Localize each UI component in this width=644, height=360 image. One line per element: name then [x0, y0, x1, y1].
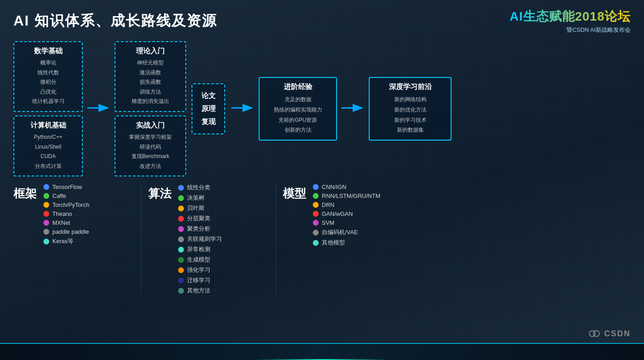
dot-anomaly	[178, 247, 184, 253]
dot-mxnet	[43, 220, 49, 226]
list-item: 其他模型	[313, 239, 380, 247]
dot-torch	[43, 202, 49, 208]
dot-other-algo	[178, 288, 184, 294]
label-paddle: paddle paddle	[52, 228, 89, 235]
label-ae: 自编码机/VAE	[322, 228, 358, 236]
label-other-model: 其他模型	[322, 239, 345, 247]
list-item: TensorFlow	[43, 184, 89, 190]
dot-clustering	[178, 226, 184, 232]
theory-box: 理论入门 神经元模型 激活函数 损失函数 训练方法 梯度的消失溢出	[115, 41, 186, 112]
logo-title: AI生态赋能2018论坛	[510, 8, 631, 25]
practice-box: 实战入门 掌握深度学习框架 研读代码 复现Benchmark 改进方法	[115, 116, 186, 176]
label-tensorflow: TensorFlow	[52, 184, 82, 190]
label-mxnet: MXNet	[52, 219, 70, 226]
label-transfer: 迁移学习	[187, 276, 210, 284]
dot-tensorflow	[43, 184, 49, 190]
csdn-text: CSDN	[604, 329, 631, 339]
content-area: AI 知识体系、成长路线及资源 AI生态赋能2018论坛 暨CSDN AI新战略…	[0, 0, 644, 360]
list-item: 生成模型	[178, 256, 222, 264]
theory-items: 神经元模型 激活函数 损失函数 训练方法 梯度的消失溢出	[122, 58, 179, 107]
list-item: 决策树	[178, 194, 222, 202]
list-item: RNN/LSTM/GRU/NTM	[313, 193, 380, 199]
frontier-box: 深度学习前沿 新的网络结构 新的优化方法 新的学习技术 新的数据集	[369, 77, 452, 141]
practice-items: 掌握深度学习框架 研读代码 复现Benchmark 改进方法	[122, 133, 179, 171]
list-item: Keras等	[43, 237, 89, 245]
label-anomaly: 异常检测	[187, 245, 210, 253]
divider-1	[141, 184, 141, 295]
list-item: MXNet	[43, 219, 89, 226]
cs-basics-items: Python/C++ Linux/Shell CUDA 分布式计算	[21, 133, 76, 171]
label-gan: GAN/wGAN	[322, 210, 353, 217]
practice-title: 实战入门	[122, 121, 179, 130]
logo-area: AI生态赋能2018论坛 暨CSDN AI新战略发布会	[510, 8, 631, 34]
paper-box: 论文 原理 复现	[192, 83, 225, 134]
dot-assoc	[178, 236, 184, 242]
logo-subtitle: 暨CSDN AI新战略发布会	[510, 26, 631, 34]
dot-rl	[178, 267, 184, 273]
label-drn: DRN	[322, 201, 334, 208]
list-item: DRN	[313, 201, 380, 208]
svg-point-1	[593, 330, 599, 336]
divider-2	[276, 184, 276, 295]
label-linear: 线性分类	[187, 184, 210, 192]
dot-tree	[178, 195, 184, 201]
list-item: 异常检测	[178, 245, 222, 253]
list-item: SVM	[313, 219, 380, 226]
legend-area: 框架 TensorFlow Caffe Torch/PyTorch	[13, 184, 631, 295]
label-torch: Torch/PyTorch	[52, 201, 89, 208]
dot-keras	[43, 239, 49, 244]
algorithms-section: 算法 线性分类 决策树 贝叶斯	[148, 184, 269, 295]
math-basics-title: 数学基础	[21, 47, 76, 56]
label-rnn: RNN/LSTM/GRU/NTM	[322, 193, 380, 199]
page-wrapper: AI 知识体系、成长路线及资源 AI生态赋能2018论坛 暨CSDN AI新战略…	[0, 0, 644, 360]
frontier-title: 深度学习前沿	[377, 82, 444, 92]
list-item: 贝叶斯	[178, 204, 222, 212]
advanced-box: 进阶经验 充足的数据 熟练的编程实现能力 充裕的GPU资源 创新的方法	[259, 77, 337, 141]
middle-boxes: 理论入门 神经元模型 激活函数 损失函数 训练方法 梯度的消失溢出 实战入门 掌…	[115, 41, 186, 176]
label-gen: 生成模型	[187, 256, 210, 264]
label-theano: Theano	[52, 210, 72, 217]
math-basics-items: 概率论 线性代数 微积分 凸优化 统计机器学习	[21, 58, 76, 107]
bottom-bar	[0, 343, 644, 360]
list-item: Caffe	[43, 193, 89, 199]
frameworks-section: 框架 TensorFlow Caffe Torch/PyTorch	[13, 184, 134, 245]
models-list: CNN/IGN RNN/LSTM/GRU/NTM DRN GAN/wGAN	[313, 184, 380, 247]
csdn-icon	[588, 327, 601, 340]
algorithms-label: 算法	[148, 184, 173, 201]
arrow-1	[86, 100, 111, 118]
label-assoc: 关联规则学习	[187, 235, 222, 243]
dot-ae	[313, 230, 319, 236]
algorithms-list: 线性分类 决策树 贝叶斯 分层聚类	[178, 184, 222, 295]
list-item: GAN/wGAN	[313, 210, 380, 217]
list-item: 迁移学习	[178, 276, 222, 284]
paper-title: 论文 原理 复现	[200, 90, 216, 128]
list-item: 线性分类	[178, 184, 222, 192]
cs-basics-box: 计算机基础 Python/C++ Linux/Shell CUDA 分布式计算	[13, 116, 83, 176]
label-cnn: CNN/IGN	[322, 184, 346, 190]
dot-gan	[313, 211, 319, 217]
dot-drn	[313, 202, 319, 208]
dot-gen	[178, 257, 184, 263]
dot-bayes	[178, 206, 184, 211]
frontier-items: 新的网络结构 新的优化方法 新的学习技术 新的数据集	[377, 94, 444, 135]
frameworks-list: TensorFlow Caffe Torch/PyTorch Theano	[43, 184, 89, 245]
label-caffe: Caffe	[52, 193, 66, 199]
arrow-3	[341, 100, 365, 118]
list-item: 其他方法	[178, 287, 222, 295]
dot-paddle	[43, 229, 49, 235]
list-item: 分层聚类	[178, 214, 222, 223]
list-item: 强化学习	[178, 266, 222, 274]
label-tree: 决策树	[187, 194, 205, 202]
label-clustering: 聚类分析	[187, 225, 210, 233]
advanced-items: 充足的数据 熟练的编程实现能力 充裕的GPU资源 创新的方法	[267, 94, 329, 135]
list-item: paddle paddle	[43, 228, 89, 235]
dot-svm	[313, 220, 319, 226]
header: AI 知识体系、成长路线及资源 AI生态赋能2018论坛 暨CSDN AI新战略…	[13, 8, 631, 34]
cs-basics-title: 计算机基础	[21, 121, 76, 130]
models-section: 模型 CNN/IGN RNN/LSTM/GRU/NTM DRN	[283, 184, 417, 247]
label-other-algo: 其他方法	[187, 287, 210, 295]
page-title: AI 知识体系、成长路线及资源	[13, 11, 217, 31]
label-bayes: 贝叶斯	[187, 204, 205, 212]
advanced-title: 进阶经验	[267, 82, 329, 92]
list-item: Torch/PyTorch	[43, 201, 89, 208]
